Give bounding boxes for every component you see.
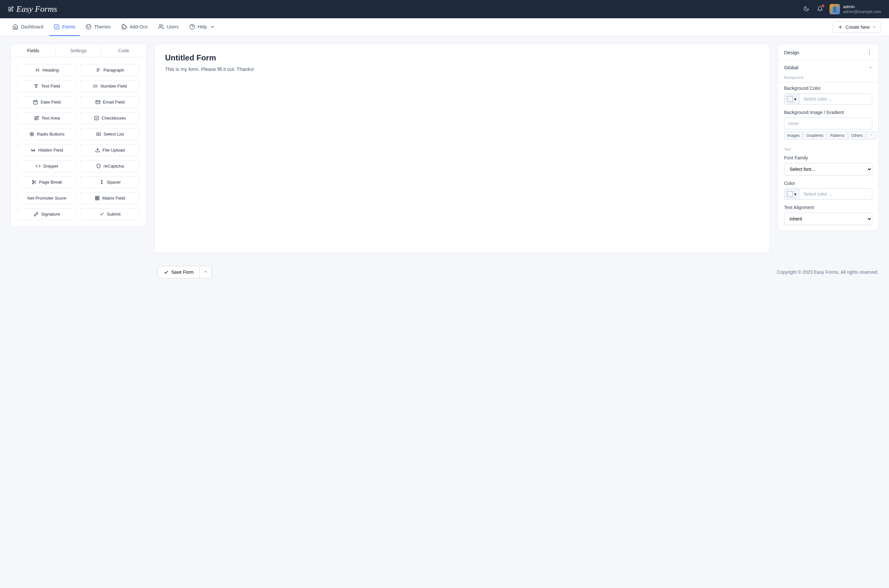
bg-image-label: Background Image / Gradient [784,110,872,115]
check-icon [99,212,104,217]
builder-tabs: Fields Settings Code [11,44,146,57]
puzzle-icon [121,24,127,30]
user-name: admin [843,4,881,9]
field-paragraph[interactable]: Paragraph [80,64,140,76]
field-matrix[interactable]: Matrix Field [80,192,140,204]
caret-down-icon: ▾ [794,97,796,102]
chevron-up-icon [868,66,872,70]
svg-rect-22 [97,133,100,136]
nav-dashboard[interactable]: Dashboard [8,18,48,36]
user-menu[interactable]: 👤 admin admin@example.com [829,4,881,14]
svg-point-4 [159,24,161,27]
heading-icon [35,68,40,72]
save-form-dropdown[interactable] [200,266,212,278]
field-checkboxes[interactable]: Checkboxes [80,112,140,124]
copyright: Copyright © 2023 Easy Forms. All rights … [777,270,878,275]
main-workspace: Fields Settings Code Heading Paragraph T… [0,36,889,261]
bg-color-swatch[interactable]: ▾ [784,94,799,104]
field-email[interactable]: Email Field [80,96,140,108]
nav-label: Users [167,24,179,29]
users-icon [158,24,164,30]
text-color-group: Color ▾ [778,181,878,205]
bg-color-input[interactable] [799,94,872,104]
nav-label: Dashboard [21,24,44,29]
field-select[interactable]: Select List [80,128,140,140]
svg-point-3 [88,27,89,28]
text-color-swatch[interactable]: ▾ [784,189,799,199]
pen-icon [34,212,39,217]
palette-icon [86,24,92,30]
bg-color-label: Background Color [784,86,872,91]
field-recaptcha[interactable]: reCaptcha [80,160,140,172]
field-pagebreak[interactable]: Page Break [17,176,77,188]
paragraph-icon [96,68,101,72]
tab-code[interactable]: Code [101,44,146,57]
text-field-icon [34,84,39,88]
nav-help[interactable]: Help [185,18,220,36]
check-icon [164,270,169,275]
create-new-button[interactable]: Create New [833,21,881,33]
home-icon [12,24,18,30]
tab-fields[interactable]: Fields [11,44,56,57]
field-radio[interactable]: Radio Buttons [17,128,77,140]
chip-collapse[interactable] [866,131,876,140]
field-date[interactable]: Date Field [17,96,77,108]
plus-icon [838,24,843,30]
field-file[interactable]: File Upload [80,144,140,156]
svg-point-1 [87,26,88,27]
tab-settings[interactable]: Settings [56,44,101,57]
field-snippet[interactable]: Snippet [17,160,77,172]
alignment-select[interactable]: inherit [784,213,872,225]
notifications-button[interactable] [816,4,824,14]
text-color-input[interactable] [799,189,872,199]
checkbox-icon [94,116,99,120]
field-textarea[interactable]: Text Area [17,112,77,124]
user-email: admin@example.com [843,9,881,14]
chip-gradients[interactable]: Gradients [803,131,826,140]
save-form-button[interactable]: Save Form [158,266,200,278]
shield-icon [96,164,101,168]
form-canvas[interactable]: Untitled Form This is my form. Please fi… [154,44,770,253]
mail-icon [95,100,100,105]
chip-others[interactable]: Others [848,131,866,140]
user-text: admin admin@example.com [843,4,881,14]
nav-links: Dashboard Forms Themes Add-Ons Users Hel… [8,18,220,36]
field-number[interactable]: 123Number Field [80,80,140,92]
check-square-icon [54,24,60,30]
section-global-toggle[interactable]: Global [778,61,878,74]
svg-rect-14 [34,100,37,104]
dropdown-icon [96,132,101,136]
navbar: Dashboard Forms Themes Add-Ons Users Hel… [0,18,889,36]
field-hidden[interactable]: Hidden Field [17,144,77,156]
edit-logo-icon [8,6,14,12]
field-spacer[interactable]: Spacer [80,176,140,188]
chevron-down-icon [210,24,215,30]
design-title: Design [784,50,799,55]
nav-forms[interactable]: Forms [50,18,80,36]
upload-icon [95,148,100,153]
spacer-icon [99,180,104,184]
field-nps[interactable]: Net Promoter Score [17,192,77,204]
field-text[interactable]: Text Field [17,80,77,92]
svg-point-21 [31,134,32,135]
field-heading[interactable]: Heading [17,64,77,76]
dark-mode-toggle[interactable] [802,4,811,14]
topbar-right: 👤 admin admin@example.com [802,4,881,14]
chip-patterns[interactable]: Patterns [827,131,847,140]
svg-rect-31 [95,196,99,200]
bg-image-input[interactable] [784,118,872,129]
font-family-select[interactable]: Select font... [784,163,872,176]
number-icon: 123 [93,84,98,88]
field-submit[interactable]: Submit [80,208,140,220]
moon-icon [803,6,809,12]
brand-logo[interactable]: Easy Forms [8,4,57,14]
chip-images[interactable]: Images [784,131,803,140]
svg-rect-19 [95,116,98,120]
design-menu-button[interactable]: ⋮ [866,49,872,56]
nav-addons[interactable]: Add-Ons [117,18,152,36]
field-signature[interactable]: Signature [17,208,77,220]
section-global-title: Global [784,64,798,70]
nav-users[interactable]: Users [154,18,183,36]
nav-themes[interactable]: Themes [81,18,116,36]
nav-label: Themes [94,24,111,29]
